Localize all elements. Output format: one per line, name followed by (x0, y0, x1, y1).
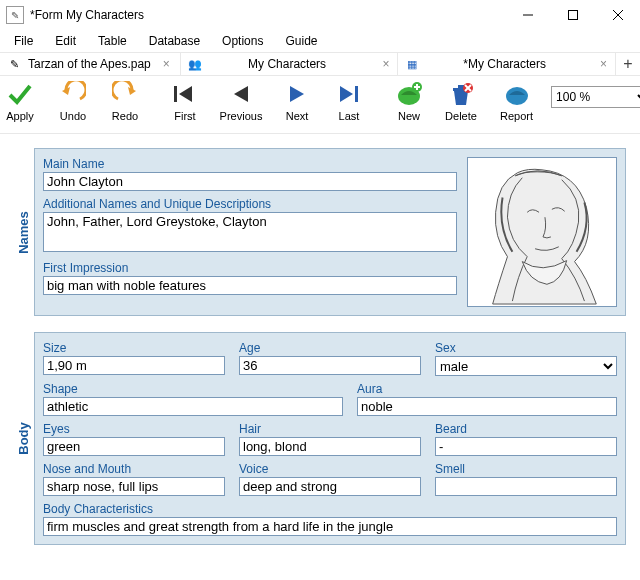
hair-input[interactable] (239, 437, 421, 456)
undo-button[interactable]: Undo (52, 80, 94, 122)
close-icon[interactable]: × (600, 57, 607, 71)
delete-button[interactable]: Delete (440, 80, 482, 122)
voice-input[interactable] (239, 477, 421, 496)
svg-marker-7 (179, 86, 192, 102)
delete-icon (447, 80, 475, 108)
body-characteristics-label: Body Characteristics (43, 502, 617, 516)
body-characteristics-input[interactable] (43, 517, 617, 536)
aura-label: Aura (357, 382, 617, 396)
menu-file[interactable]: File (4, 32, 43, 50)
previous-button[interactable]: Previous (216, 80, 266, 122)
additional-names-input[interactable]: John, Father, Lord Greystoke, Clayton (43, 212, 457, 252)
characters-icon: 👥 (187, 56, 203, 72)
tab-label: *My Characters (463, 57, 546, 71)
tab-tarzan[interactable]: ✎ Tarzan of the Apes.pap × (0, 53, 181, 75)
sex-label: Sex (435, 341, 617, 355)
report-icon (503, 80, 531, 108)
hair-label: Hair (239, 422, 421, 436)
previous-icon (227, 80, 255, 108)
main-name-input[interactable] (43, 172, 457, 191)
eyes-label: Eyes (43, 422, 225, 436)
window-title: *Form My Characters (30, 8, 505, 22)
size-input[interactable] (43, 356, 225, 375)
nose-mouth-input[interactable] (43, 477, 225, 496)
menu-options[interactable]: Options (212, 32, 273, 50)
file-tabs: ✎ Tarzan of the Apes.pap × 👥 My Characte… (0, 52, 640, 76)
check-icon (6, 80, 34, 108)
toolbar: Apply Undo Redo First Previous Next Last (0, 76, 640, 134)
close-button[interactable] (595, 0, 640, 30)
menu-database[interactable]: Database (139, 32, 210, 50)
svg-marker-8 (234, 86, 248, 102)
minimize-button[interactable] (505, 0, 550, 30)
voice-label: Voice (239, 462, 421, 476)
shape-input[interactable] (43, 397, 343, 416)
nose-mouth-label: Nose and Mouth (43, 462, 225, 476)
body-section-label: Body (11, 333, 35, 544)
tab-label: My Characters (248, 57, 326, 71)
close-icon[interactable]: × (382, 57, 389, 71)
report-button[interactable]: Report (500, 80, 533, 122)
last-button[interactable]: Last (328, 80, 370, 122)
smell-label: Smell (435, 462, 617, 476)
undo-icon (59, 80, 87, 108)
beard-input[interactable] (435, 437, 617, 456)
body-panel: Body Size Age Sex male Shape Aura (34, 332, 626, 545)
beard-label: Beard (435, 422, 617, 436)
main-name-label: Main Name (43, 157, 457, 171)
svg-rect-1 (568, 11, 577, 20)
menu-table[interactable]: Table (88, 32, 137, 50)
apply-button[interactable]: Apply (6, 80, 34, 122)
tab-label: Tarzan of the Apes.pap (28, 57, 151, 71)
close-icon[interactable]: × (163, 57, 170, 71)
first-icon (171, 80, 199, 108)
eyes-input[interactable] (43, 437, 225, 456)
names-section-label: Names (11, 149, 35, 315)
age-input[interactable] (239, 356, 421, 375)
first-impression-label: First Impression (43, 261, 457, 275)
form-icon: ▦ (404, 56, 420, 72)
aura-input[interactable] (357, 397, 617, 416)
svg-rect-6 (174, 86, 177, 102)
shape-label: Shape (43, 382, 343, 396)
titlebar: ✎ *Form My Characters (0, 0, 640, 30)
tab-form-my-characters[interactable]: ▦ *My Characters × (398, 53, 616, 75)
svg-marker-9 (290, 86, 304, 102)
names-panel: Names Main Name Additional Names and Uni… (34, 148, 626, 316)
next-button[interactable]: Next (276, 80, 318, 122)
smell-input[interactable] (435, 477, 617, 496)
zoom-select[interactable]: 100 % (551, 86, 640, 108)
sex-select[interactable]: male (435, 356, 617, 376)
additional-names-label: Additional Names and Unique Descriptions (43, 197, 457, 211)
redo-icon (111, 80, 139, 108)
first-impression-input[interactable] (43, 276, 457, 295)
menu-edit[interactable]: Edit (45, 32, 86, 50)
svg-marker-10 (340, 86, 353, 102)
character-portrait[interactable] (467, 157, 617, 307)
form-content: Names Main Name Additional Names and Uni… (0, 134, 640, 578)
size-label: Size (43, 341, 225, 355)
svg-rect-11 (355, 86, 358, 102)
first-button[interactable]: First (164, 80, 206, 122)
last-icon (335, 80, 363, 108)
new-button[interactable]: New (388, 80, 430, 122)
menubar: File Edit Table Database Options Guide (0, 30, 640, 52)
new-icon (395, 80, 423, 108)
pap-file-icon: ✎ (6, 56, 22, 72)
add-tab-button[interactable]: + (616, 53, 640, 75)
tab-my-characters[interactable]: 👥 My Characters × (181, 53, 399, 75)
redo-button[interactable]: Redo (104, 80, 146, 122)
svg-point-21 (506, 87, 528, 105)
app-icon: ✎ (6, 6, 24, 24)
maximize-button[interactable] (550, 0, 595, 30)
age-label: Age (239, 341, 421, 355)
next-icon (283, 80, 311, 108)
menu-guide[interactable]: Guide (275, 32, 327, 50)
